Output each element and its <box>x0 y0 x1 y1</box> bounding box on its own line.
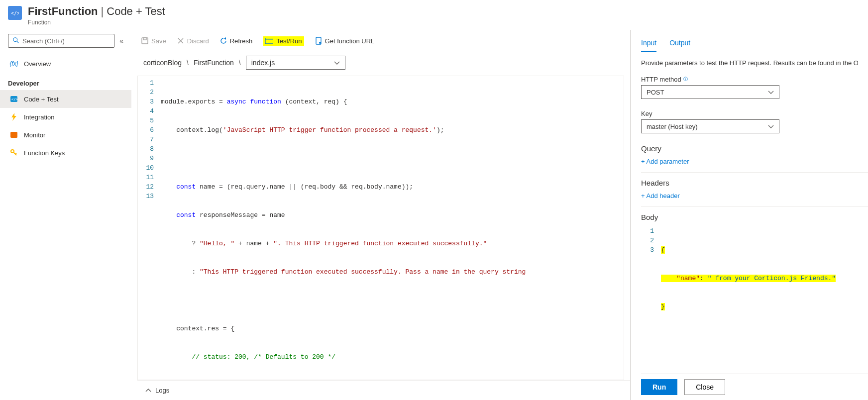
page-section: Code + Test <box>107 5 165 18</box>
svg-marker-14 <box>224 37 226 40</box>
body-gutter: 123 <box>641 226 661 330</box>
chevron-down-icon <box>768 123 774 130</box>
svg-point-1 <box>13 37 17 41</box>
breadcrumb: corticonBlog \ FirstFunction \ index.js <box>137 52 630 76</box>
svg-rect-11 <box>143 38 146 40</box>
nav-label: Overview <box>24 60 51 68</box>
search-input[interactable] <box>22 37 110 45</box>
add-parameter-link[interactable]: + Add parameter <box>641 158 689 172</box>
http-method-value: POST <box>647 89 664 96</box>
save-icon <box>141 37 148 44</box>
http-method-dropdown[interactable]: POST <box>641 85 779 99</box>
headers-section-label: Headers <box>641 179 858 187</box>
nav-label: Code + Test <box>24 96 59 103</box>
code-icon: </> <box>10 96 18 102</box>
test-run-button[interactable]: Test/Run <box>263 36 304 46</box>
page-subtitle: Function <box>28 19 165 26</box>
test-panel: Input Output Provide parameters to test … <box>630 30 868 400</box>
close-button[interactable]: Close <box>684 379 725 395</box>
test-run-icon <box>265 38 273 44</box>
fx-icon: {fx} <box>10 60 18 67</box>
page-title: FirstFunction <box>28 5 98 18</box>
body-code[interactable]: { "name": " from your Corticon.js Friend… <box>661 226 858 330</box>
svg-marker-5 <box>11 113 16 121</box>
bolt-icon <box>10 113 18 121</box>
discard-button[interactable]: Discard <box>177 37 209 45</box>
refresh-button[interactable]: Refresh <box>220 37 253 45</box>
tab-output[interactable]: Output <box>669 39 690 52</box>
cmd-label: Save <box>151 37 166 45</box>
chevron-up-icon <box>145 387 151 394</box>
nav-label: Monitor <box>24 131 45 139</box>
logs-toggle[interactable]: Logs <box>137 380 630 400</box>
logs-label: Logs <box>155 387 169 394</box>
file-select-value: index.js <box>251 59 275 67</box>
chevron-down-icon <box>768 89 774 96</box>
nav-label: Integration <box>24 113 54 121</box>
line-gutter: 12345678910111213 <box>138 76 161 380</box>
cmd-label: Discard <box>187 37 209 45</box>
svg-rect-10 <box>142 38 148 44</box>
nav-label: Function Keys <box>24 149 65 157</box>
svg-text:</>: </> <box>11 98 17 101</box>
file-select-dropdown[interactable]: index.js <box>246 56 345 70</box>
svg-rect-15 <box>265 38 273 44</box>
command-bar: Save Discard Refresh Test/Run Get functi… <box>137 30 630 52</box>
sidebar: « {fx} Overview Developer </> Code + Tes… <box>0 30 131 400</box>
key-icon <box>10 149 18 156</box>
http-method-label: HTTP method ⓘ <box>641 76 858 83</box>
url-icon <box>315 37 322 45</box>
panel-tabs: Input Output <box>641 30 868 52</box>
nav-code-test[interactable]: </> Code + Test <box>0 90 131 108</box>
svg-point-18 <box>319 42 321 44</box>
key-value: master (Host key) <box>647 123 698 130</box>
breadcrumb-root: corticonBlog <box>143 59 182 67</box>
key-label: Key <box>641 110 858 117</box>
svg-line-2 <box>17 41 19 43</box>
body-section-label: Body <box>641 213 858 221</box>
nav-function-keys[interactable]: Function Keys <box>0 144 131 162</box>
cmd-label: Test/Run <box>276 37 302 45</box>
svg-rect-6 <box>10 132 17 138</box>
svg-text:</>: </> <box>11 10 19 16</box>
collapse-sidebar-button[interactable]: « <box>119 37 123 45</box>
code-content[interactable]: module.exports = async function (context… <box>161 76 624 380</box>
page-header: </> FirstFunction | Code + Test Function <box>0 0 868 30</box>
search-box[interactable] <box>8 34 114 48</box>
discard-icon <box>177 37 184 44</box>
info-icon[interactable]: ⓘ <box>683 76 688 83</box>
cmd-label: Get function URL <box>325 37 375 45</box>
monitor-icon <box>10 132 18 138</box>
body-editor[interactable]: 123 { "name": " from your Corticon.js Fr… <box>641 226 858 330</box>
save-button[interactable]: Save <box>141 37 166 45</box>
run-button[interactable]: Run <box>641 379 677 395</box>
nav-overview[interactable]: {fx} Overview <box>0 55 131 73</box>
nav-integration[interactable]: Integration <box>0 108 131 126</box>
get-function-url-button[interactable]: Get function URL <box>315 37 375 45</box>
center-content: Save Discard Refresh Test/Run Get functi… <box>131 30 630 400</box>
code-editor[interactable]: 12345678910111213 module.exports = async… <box>137 76 624 380</box>
breadcrumb-sep: \ <box>187 59 189 67</box>
function-app-icon: </> <box>8 6 22 20</box>
nav-section-developer: Developer <box>8 80 123 87</box>
refresh-icon <box>220 37 227 44</box>
panel-footer: Run Close <box>641 374 868 400</box>
breadcrumb-sep: \ <box>239 59 241 67</box>
panel-description: Provide parameters to test the HTTP requ… <box>641 59 858 67</box>
tab-input[interactable]: Input <box>641 39 656 52</box>
title-separator: | <box>101 5 104 18</box>
add-header-link[interactable]: + Add header <box>641 192 680 206</box>
key-dropdown[interactable]: master (Host key) <box>641 119 779 133</box>
breadcrumb-func: FirstFunction <box>194 59 234 67</box>
nav-monitor[interactable]: Monitor <box>0 126 131 144</box>
svg-line-9 <box>15 153 16 154</box>
search-icon <box>12 37 19 45</box>
chevron-down-icon <box>334 59 340 67</box>
cmd-label: Refresh <box>230 37 253 45</box>
query-section-label: Query <box>641 144 858 153</box>
